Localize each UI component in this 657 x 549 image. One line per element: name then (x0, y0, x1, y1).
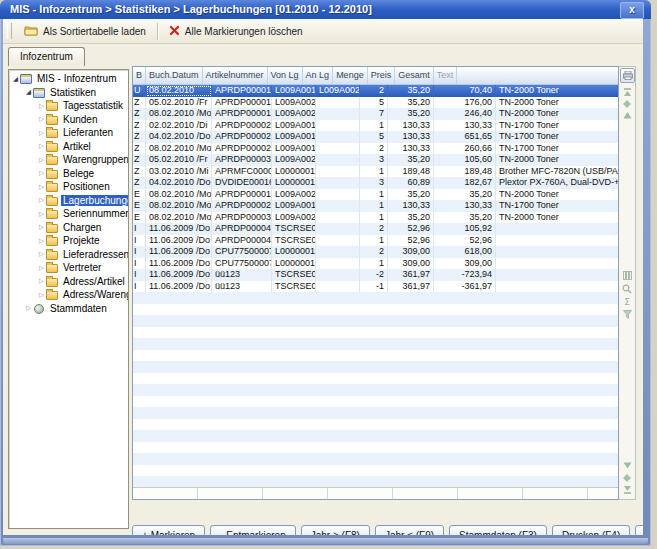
tree-item-stammdaten[interactable]: Stammdaten (9, 302, 128, 316)
cell-an-lg (316, 258, 360, 270)
grid-row[interactable]: E 08.02.2010 /Mo APRDP00003 L009A002 1 3… (133, 212, 618, 224)
marker-prev-icon[interactable] (621, 472, 633, 483)
grid-row[interactable]: I 11.06.2009 /Do APRDP00004 TSCRSE02 1 5… (133, 235, 618, 247)
tree-expander-icon[interactable] (37, 237, 46, 245)
drucken-button[interactable]: Drucken (F4) (552, 525, 630, 535)
tree-item-lieferadressen[interactable]: Lieferadressen (9, 248, 128, 262)
jahr-vor-button[interactable]: Jahr > (F8) (301, 525, 370, 535)
tree-node-icon (46, 100, 59, 111)
tree-expander-icon[interactable] (24, 88, 33, 96)
tree-expander-icon[interactable] (37, 129, 46, 137)
col-an-lg[interactable]: An Lg (303, 67, 334, 84)
clear-marks-button[interactable]: Alle Markierungen löschen (162, 23, 310, 40)
navigation-tree: MIS - Infozentrum Statistiken Tagessta (8, 69, 129, 529)
cell-buchungsart: E (133, 200, 146, 212)
grid-row[interactable]: I 11.06.2009 /Do üü123 TSCRSE03 -1 361,9… (133, 281, 618, 293)
tree-expander-icon[interactable] (37, 102, 46, 110)
tree-item-mis-infozentrum[interactable]: MIS - Infozentrum (9, 72, 128, 86)
grid-row[interactable]: E 08.02.2010 /Mo APRDP00002 L009A001 1 1… (133, 200, 618, 212)
cell-gesamt: 105,60 (434, 154, 496, 166)
grid-row[interactable]: Z 03.02.2010 /Mi APRMFC00001 L0000001 1 … (133, 166, 618, 178)
tree-expander-icon[interactable] (37, 115, 46, 123)
cell-preis: 130,33 (388, 131, 434, 143)
grid-row[interactable]: I 11.06.2009 /Do CPU77500007 L0000001 2 … (133, 246, 618, 258)
column-settings-icon[interactable] (621, 270, 633, 281)
grid-row[interactable]: I 11.06.2009 /Do CPU77500007 L0000001 1 … (133, 258, 618, 270)
scroll-bottom-icon[interactable] (621, 484, 633, 495)
tree-item-lagerbuchungen[interactable]: Lagerbuchungen (9, 194, 128, 208)
tree-item-artikel[interactable]: Artikel (9, 140, 128, 154)
tree-node-icon (46, 127, 59, 138)
auswertung-button[interactable]: Auswertung (Return) (635, 525, 643, 535)
grid-row[interactable]: E 08.02.2010 /Mo APRDP00001 L009A002 1 3… (133, 189, 618, 201)
tree-item-chargen[interactable]: Chargen (9, 221, 128, 235)
cell-von-lg: L009A002 (272, 108, 316, 120)
grid-row[interactable]: Z 02.02.2010 /Di APRDP00002 L009A001 1 1… (133, 120, 618, 132)
scroll-up-icon[interactable] (621, 110, 633, 121)
col-artikelnummer[interactable]: Artikelnummer (203, 67, 268, 84)
cell-buch-datum: 11.06.2009 /Do (146, 235, 212, 247)
grid-row[interactable]: Z 05.02.2010 /Fr APRDP00003 L009A002 3 3… (133, 154, 618, 166)
jahr-zurueck-button[interactable]: Jahr < (F9) (375, 525, 444, 535)
tree-expander-icon[interactable] (24, 304, 33, 312)
filter-icon[interactable] (621, 309, 633, 320)
grid-row[interactable]: Z 04.02.2010 /Do DVDIDE00016 L0000001 3 … (133, 177, 618, 189)
cell-text: TN-2000 Toner (496, 154, 618, 166)
tree-item-warengruppen[interactable]: Warengruppen (9, 153, 128, 167)
tree-expander-icon[interactable] (37, 142, 46, 150)
tree-item-positionen[interactable]: Positionen (9, 180, 128, 194)
scroll-top-icon[interactable] (621, 86, 633, 97)
tree-expander-icon[interactable] (37, 196, 46, 204)
marker-next-icon[interactable] (621, 98, 633, 109)
tree-item-belege[interactable]: Belege (9, 167, 128, 181)
col-von-lg[interactable]: Von Lg (268, 67, 303, 84)
grid-row[interactable]: U 08.02.2010 APRDP00001 L009A001 L009A00… (133, 85, 618, 97)
tree-item-label: Belege (61, 168, 96, 179)
col-buchungsart[interactable]: B (133, 67, 146, 84)
tree-expander-icon[interactable] (11, 75, 20, 83)
tree-expander-icon[interactable] (37, 291, 46, 299)
grid-row[interactable]: Z 04.02.2010 /Do APRDP00002 L009A001 5 1… (133, 131, 618, 143)
cell-menge: 7 (360, 108, 388, 120)
markieren-button[interactable]: + Markieren (132, 525, 205, 535)
tree-expander-icon[interactable] (37, 183, 46, 191)
cell-gesamt: 309,00 (434, 258, 496, 270)
col-gesamt[interactable]: Gesamt (395, 67, 434, 84)
grid-row[interactable]: Z 05.02.2010 /Fr APRDP00001 L009A002 5 3… (133, 97, 618, 109)
col-text[interactable]: Text (434, 67, 458, 84)
tree-expander-icon[interactable] (37, 223, 46, 231)
tree-item-kunden[interactable]: Kunden (9, 113, 128, 127)
tree-item-tagesstatistik[interactable]: Tagesstatistik (9, 99, 128, 113)
search-icon[interactable] (621, 283, 633, 294)
stammdaten-button[interactable]: Stammdaten (F3) (449, 525, 547, 535)
grid-row[interactable]: Z 08.02.2010 /Mo APRDP00001 L009A002 7 3… (133, 108, 618, 120)
col-menge[interactable]: Menge (333, 67, 368, 84)
entmarkieren-button[interactable]: - Entmarkieren (210, 525, 296, 535)
tree-item-adress-warengruppen[interactable]: Adress/Warengruppen (9, 288, 128, 302)
tree-item-statistiken[interactable]: Statistiken (9, 86, 128, 100)
tree-item-seriennummern[interactable]: Seriennummern (9, 207, 128, 221)
tree-item-lieferanten[interactable]: Lieferanten (9, 126, 128, 140)
tree-expander-icon[interactable] (37, 250, 46, 258)
scroll-down-icon[interactable] (621, 460, 633, 471)
tree-item-adress-artikel[interactable]: Adress/Artikel (9, 275, 128, 289)
tree-expander-icon[interactable] (37, 264, 46, 272)
tree-expander-icon[interactable] (37, 210, 46, 218)
tree-expander-icon[interactable] (37, 156, 46, 164)
grid-row[interactable]: I 11.06.2009 /Do APRDP00004 TSCRSE02 2 5… (133, 223, 618, 235)
tree-item-projekte[interactable]: Projekte (9, 234, 128, 248)
tree-expander-icon[interactable] (37, 277, 46, 285)
grid-row[interactable]: I 11.06.2009 /Do üü123 TSCRSE03 -2 361,9… (133, 269, 618, 281)
tree-item-vertreter[interactable]: Vertreter (9, 261, 128, 275)
grid-row[interactable]: Z 08.02.2010 /Mo APRDP00002 L009A001 2 1… (133, 143, 618, 155)
load-sort-table-button[interactable]: Als Sortiertabelle laden (17, 22, 153, 40)
toolbar-grip[interactable] (7, 23, 12, 39)
close-button[interactable]: x (620, 2, 644, 19)
cell-menge: 1 (360, 120, 388, 132)
cell-von-lg: L009A001 (272, 85, 316, 97)
tree-expander-icon[interactable] (37, 169, 46, 177)
tab-infozentrum[interactable]: Infozentrum (8, 47, 85, 66)
col-preis[interactable]: Preis (368, 67, 396, 84)
print-button[interactable] (620, 68, 635, 83)
col-buch-datum[interactable]: Buch.Datum (146, 67, 203, 84)
